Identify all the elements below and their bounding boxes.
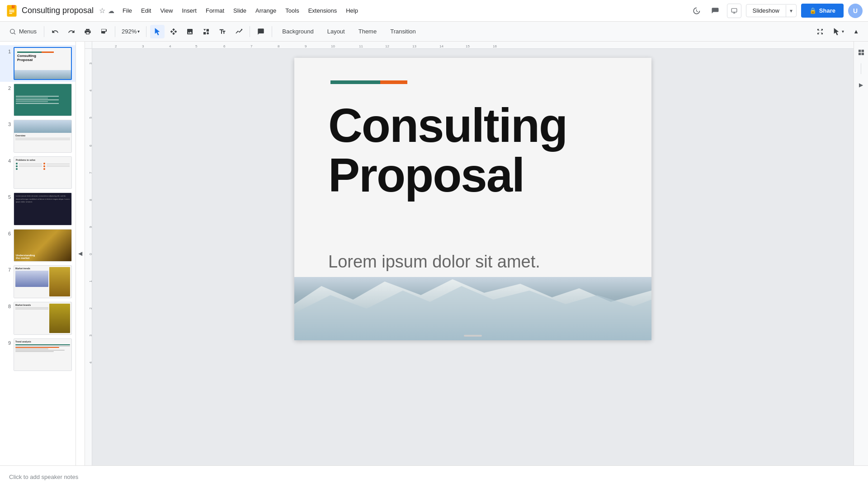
menus-label: Menus [19,28,37,35]
fit-screen-icon [816,28,824,35]
fit-screen-button[interactable] [813,25,827,38]
slide-canvas[interactable]: Consulting Proposal Lorem ipsum dolor si… [294,58,651,340]
top-right-actions: Slideshow ▾ 🔒 Share U [689,4,863,18]
slide-accent-bar [330,80,407,84]
line-icon [235,28,242,35]
grid-icon [858,49,865,56]
shapes-button[interactable] [199,25,213,38]
cursor-mode-icon [833,28,840,35]
slide-item-6[interactable]: 6 Understandingthe market [0,227,75,264]
slide-item-1[interactable]: 1 ConsultingProposal [0,45,75,82]
collapse-right-button[interactable]: ▶ [854,78,868,92]
slide-mountain-image [294,277,651,340]
menu-slide[interactable]: Slide [229,5,251,17]
slide-number-9: 9 [4,338,11,346]
ruler-row: 2 3 4 5 6 7 8 9 10 11 12 13 14 15 16 [85,42,854,49]
menu-help[interactable]: Help [341,5,363,17]
svg-marker-10 [294,286,651,340]
image-button[interactable] [183,25,197,38]
textbox-icon [219,28,226,35]
slide-number-6: 6 [4,229,11,236]
slide-title-line1: Consulting [328,101,567,150]
share-button[interactable]: 🔒 Share [801,4,844,18]
slide-item-9[interactable]: 9 Trend analysis [0,337,75,373]
vertical-ruler: 3 4 5 6 7 8 9 0 1 2 3 4 [85,49,92,465]
app-logo [5,5,18,17]
slide-item-8[interactable]: 8 Market brands [0,300,75,337]
paint-format-button[interactable] [97,25,111,38]
menu-view[interactable]: View [156,5,177,17]
slideshow-main-button[interactable]: Slideshow [746,5,786,17]
slide-number-8: 8 [4,302,11,309]
menu-extensions[interactable]: Extensions [304,5,342,17]
present-options-icon[interactable] [727,4,741,18]
slide-item-3[interactable]: 3 Overview [0,118,75,155]
slide-number-7: 7 [4,265,11,272]
toolbar-separator-5 [272,26,272,37]
slide-number-2: 2 [4,84,11,91]
user-avatar[interactable]: U [848,4,863,18]
share-lock-icon: 🔒 [809,7,816,14]
slide-item-4[interactable]: 4 Problems to solve [0,155,75,191]
chevron-right-icon: ▶ [859,82,863,88]
line-button[interactable] [231,25,246,38]
slideshow-dropdown-button[interactable]: ▾ [786,5,796,17]
chevron-up-icon: ▲ [853,28,859,35]
slideshow-button-group: Slideshow ▾ [746,4,797,17]
share-label: Share [819,7,835,14]
comment-button[interactable] [254,25,268,38]
panel-toggle-button[interactable]: ◀ [76,42,85,465]
print-button[interactable] [80,25,95,38]
notes-area[interactable]: Click to add speaker notes [0,465,868,488]
move-button[interactable] [166,25,181,38]
format-tabs: Background Layout Theme Transition [276,25,422,38]
notes-placeholder[interactable]: Click to add speaker notes [9,474,78,480]
menu-format[interactable]: Format [201,5,229,17]
cloud-icon[interactable]: ☁ [108,7,114,14]
slide-number-5: 5 [4,192,11,200]
tab-background[interactable]: Background [276,25,320,38]
menu-edit[interactable]: Edit [137,5,156,17]
toolbar-right: ▾ ▲ [813,25,863,38]
search-menus-button[interactable]: Menus [5,25,40,38]
tab-transition[interactable]: Transition [384,25,422,38]
slide-item-7[interactable]: 7 Market trends [0,263,75,300]
zoom-control[interactable]: 292% ▾ [119,25,142,38]
slide-progress-indicator [464,335,482,337]
right-action-panel: ▶ [854,42,868,465]
document-title[interactable]: Consulting proposal [22,6,94,15]
slide-item-5[interactable]: 5 Lorem ipsum dolor sit amet, consectetu… [0,191,75,227]
slide-subtitle[interactable]: Lorem ipsum dolor sit amet. [328,252,540,272]
slide-item-2[interactable]: 2 [0,82,75,118]
undo-button[interactable] [48,25,62,38]
comments-icon[interactable] [708,4,722,18]
menu-file[interactable]: File [118,5,137,17]
title-icons: ☆ ☁ [99,6,114,15]
redo-button[interactable] [64,25,79,38]
image-icon [186,28,193,35]
slide-viewport[interactable]: Consulting Proposal Lorem ipsum dolor si… [92,49,854,465]
menu-tools[interactable]: Tools [281,5,303,17]
zoom-dropdown-icon: ▾ [137,29,140,34]
textbox-button[interactable] [215,25,230,38]
tab-theme[interactable]: Theme [352,25,383,38]
history-icon[interactable] [689,4,703,18]
right-panel-separator [861,63,861,74]
cursor-button[interactable] [150,25,165,38]
zoom-value: 292% [122,28,137,35]
mountain-svg [294,277,651,340]
slide-thumb-7: Market trends [14,265,72,298]
cursor-icon [154,28,161,35]
toolbar-separator-2 [115,26,115,37]
slide-main-title[interactable]: Consulting Proposal [328,101,567,201]
star-icon[interactable]: ☆ [99,6,105,15]
cursor-mode-button[interactable]: ▾ [829,25,848,38]
collapse-toolbar-button[interactable]: ▲ [849,25,863,38]
tab-layout[interactable]: Layout [321,25,351,38]
menu-arrange[interactable]: Arrange [251,5,281,17]
grid-view-button[interactable] [854,45,868,60]
slide-number-3: 3 [4,120,11,127]
menu-insert[interactable]: Insert [177,5,201,17]
horizontal-ruler: 2 3 4 5 6 7 8 9 10 11 12 13 14 15 16 [92,42,854,49]
slide-number-1: 1 [4,47,11,54]
